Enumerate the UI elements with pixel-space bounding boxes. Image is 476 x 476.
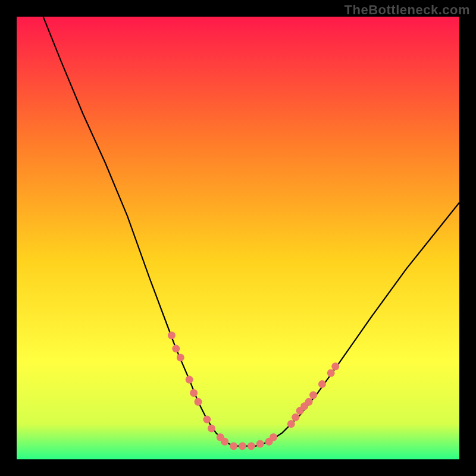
watermark-text: TheBottleneck.com <box>345 2 470 18</box>
data-marker <box>203 416 211 424</box>
data-marker <box>256 440 264 448</box>
data-marker <box>221 438 228 446</box>
chart-svg <box>17 17 459 459</box>
data-marker <box>172 345 180 353</box>
data-marker <box>327 369 335 377</box>
data-marker <box>195 398 202 406</box>
data-marker <box>309 392 317 399</box>
chart-frame: TheBottleneck.com <box>0 0 476 476</box>
data-marker <box>230 442 237 450</box>
data-marker <box>177 353 184 361</box>
data-marker <box>270 433 277 441</box>
data-marker <box>190 389 198 397</box>
data-marker <box>248 442 255 450</box>
plot-area <box>17 17 459 459</box>
data-marker <box>292 414 299 421</box>
gradient-background <box>17 17 459 459</box>
data-marker <box>331 362 339 370</box>
data-marker <box>287 420 295 428</box>
data-marker <box>305 398 313 406</box>
data-marker <box>186 376 193 384</box>
data-marker <box>208 424 215 432</box>
data-marker <box>318 380 326 388</box>
data-marker <box>168 331 176 339</box>
data-marker <box>239 442 246 450</box>
